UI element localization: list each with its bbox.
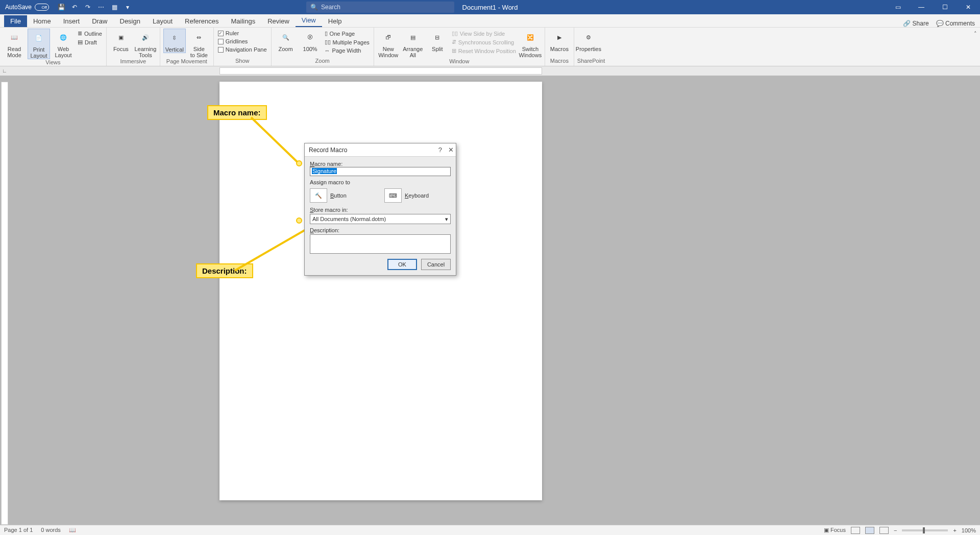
- zoom-icon: 🔍: [278, 30, 293, 45]
- one-page-icon: ▯: [325, 30, 328, 37]
- share-button[interactable]: 🔗 Share: [903, 20, 928, 27]
- autosave-state: Off: [35, 4, 49, 11]
- group-macros: ▶Macros Macros: [545, 28, 574, 66]
- autosave-label: AutoSave: [5, 4, 32, 11]
- ruler-checkbox[interactable]: ✓Ruler: [217, 30, 268, 37]
- description-textarea[interactable]: [310, 234, 451, 254]
- split-button[interactable]: ⊟Split: [426, 29, 449, 52]
- horizontal-ruler[interactable]: [219, 67, 542, 75]
- comments-button[interactable]: 💬 Comments: [936, 20, 975, 27]
- new-window-button[interactable]: 🗗NewWindow: [377, 29, 400, 58]
- dialog-close-icon[interactable]: ✕: [448, 146, 454, 154]
- dialog-help-icon[interactable]: ?: [438, 146, 442, 154]
- zoom-100-icon: ⦿: [303, 30, 318, 45]
- ribbon-tabs: File Home Insert Draw Design Layout Refe…: [0, 14, 980, 28]
- print-layout-button[interactable]: 📄PrintLayout: [28, 29, 50, 59]
- zoom-slider[interactable]: [902, 529, 948, 531]
- assign-keyboard[interactable]: ⌨ Keyboard: [384, 188, 451, 203]
- document-title: Document1 - Word: [462, 4, 518, 11]
- zoom-in-icon[interactable]: +: [953, 527, 956, 533]
- zoom-button[interactable]: 🔍Zoom: [275, 29, 297, 52]
- ok-button[interactable]: OK: [387, 259, 417, 270]
- minimize-icon[interactable]: —: [910, 0, 933, 14]
- cancel-button[interactable]: Cancel: [421, 259, 451, 270]
- dialog-title-bar[interactable]: Record Macro ? ✕: [305, 143, 456, 157]
- save-icon[interactable]: 💾: [57, 3, 65, 11]
- assign-button[interactable]: 🔨 Button: [310, 188, 376, 203]
- page-count[interactable]: Page 1 of 1: [4, 527, 33, 533]
- record-macro-dialog: Record Macro ? ✕ Macro name: Signature A…: [304, 143, 456, 276]
- close-icon[interactable]: ✕: [957, 0, 980, 14]
- print-layout-icon: 📄: [31, 30, 46, 45]
- tab-view[interactable]: View: [296, 14, 322, 27]
- maximize-icon[interactable]: ☐: [933, 0, 957, 14]
- tab-selector-icon[interactable]: ∟: [2, 68, 7, 74]
- navigation-pane-checkbox[interactable]: Navigation Pane: [217, 46, 268, 53]
- zoom-out-icon[interactable]: −: [894, 527, 897, 533]
- zoom-100-button[interactable]: ⦿100%: [299, 29, 322, 52]
- focus-button[interactable]: ▣Focus: [110, 29, 132, 52]
- reset-window-icon: ⊞: [452, 47, 456, 54]
- ribbon-display-icon[interactable]: ▭: [886, 0, 910, 14]
- tab-references[interactable]: References: [179, 15, 225, 27]
- macros-icon: ▶: [552, 30, 567, 45]
- web-view-icon[interactable]: [879, 527, 889, 534]
- qat-icon-1[interactable]: ⋯: [97, 3, 105, 11]
- reset-window-position-button: ⊞Reset Window Position: [451, 47, 517, 55]
- tab-review[interactable]: Review: [261, 15, 296, 27]
- tab-help[interactable]: Help: [322, 15, 348, 27]
- side-to-side-button[interactable]: ⇔Sideto Side: [188, 29, 210, 58]
- tab-mailings[interactable]: Mailings: [225, 15, 262, 27]
- arrange-all-icon: ▤: [405, 30, 421, 45]
- redo-icon[interactable]: ↷: [84, 3, 92, 11]
- page-width-button[interactable]: ↔Page Width: [324, 47, 371, 54]
- store-macro-select[interactable]: All Documents (Normal.dotm) ▾: [310, 214, 451, 224]
- qat-icon-2[interactable]: ▦: [110, 3, 118, 11]
- tab-file[interactable]: File: [4, 15, 27, 27]
- qat-customize-icon[interactable]: ▾: [124, 3, 132, 11]
- word-count[interactable]: 0 words: [41, 527, 61, 533]
- vertical-button[interactable]: ⇳Vertical: [163, 29, 186, 53]
- description-label: Description:: [310, 227, 451, 233]
- macro-name-input[interactable]: Signature: [310, 167, 451, 176]
- tab-design[interactable]: Design: [114, 15, 146, 27]
- web-layout-button[interactable]: 🌐WebLayout: [52, 29, 75, 58]
- focus-icon: ▣: [113, 30, 129, 45]
- callout-dot-2: [296, 217, 302, 224]
- focus-mode-button[interactable]: ▣ Focus: [824, 527, 846, 533]
- learning-tools-button[interactable]: 🔊LearningTools: [134, 29, 157, 58]
- keyboard-icon: ⌨: [384, 188, 402, 203]
- multiple-pages-button[interactable]: ▯▯Multiple Pages: [324, 38, 371, 46]
- zoom-level[interactable]: 100%: [962, 527, 976, 533]
- vertical-icon: ⇳: [167, 30, 182, 45]
- autosave-toggle[interactable]: AutoSave Off: [5, 4, 49, 11]
- ribbon: 📖ReadMode 📄PrintLayout 🌐WebLayout ≣Outli…: [0, 28, 980, 66]
- print-view-icon[interactable]: [865, 527, 874, 534]
- learning-tools-icon: 🔊: [138, 30, 153, 45]
- tab-draw[interactable]: Draw: [86, 15, 113, 27]
- vertical-ruler[interactable]: [1, 82, 8, 525]
- undo-icon[interactable]: ↶: [70, 3, 79, 11]
- properties-button[interactable]: ⚙Properties: [577, 29, 600, 52]
- group-page-movement: ⇳Vertical ⇔Sideto Side Page Movement: [160, 28, 214, 66]
- tab-home[interactable]: Home: [27, 15, 57, 27]
- outline-button[interactable]: ≣Outline: [77, 30, 103, 37]
- group-immersive: ▣Focus 🔊LearningTools Immersive: [107, 28, 160, 66]
- one-page-button[interactable]: ▯One Page: [324, 30, 371, 37]
- chevron-down-icon: ▾: [445, 216, 448, 223]
- multiple-pages-icon: ▯▯: [325, 39, 331, 45]
- tab-insert[interactable]: Insert: [57, 15, 86, 27]
- macros-button[interactable]: ▶Macros: [548, 29, 571, 52]
- side-to-side-icon: ⇔: [191, 30, 207, 45]
- tab-layout[interactable]: Layout: [146, 15, 179, 27]
- spell-check-icon[interactable]: 📖: [69, 527, 76, 533]
- arrange-all-button[interactable]: ▤ArrangeAll: [402, 29, 424, 58]
- read-mode-button[interactable]: 📖ReadMode: [3, 29, 26, 58]
- read-view-icon[interactable]: [851, 527, 860, 534]
- collapse-ribbon-icon[interactable]: ˄: [974, 31, 977, 37]
- search-box[interactable]: 🔍 Search: [306, 2, 454, 13]
- switch-windows-button[interactable]: 🔀SwitchWindows: [519, 29, 542, 58]
- draft-button[interactable]: ▤Draft: [77, 38, 103, 46]
- split-icon: ⊟: [430, 30, 445, 45]
- gridlines-checkbox[interactable]: Gridlines: [217, 38, 268, 45]
